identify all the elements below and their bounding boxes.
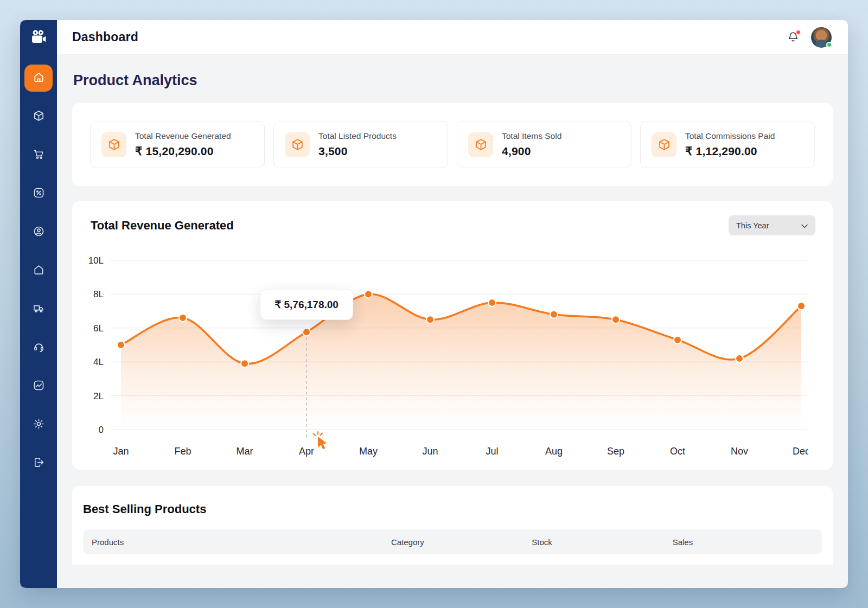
y-axis-label: 10L: [88, 255, 104, 266]
year-filter-select[interactable]: This Year: [729, 215, 815, 235]
y-axis-label: 8L: [93, 289, 104, 299]
page-title: Dashboard: [72, 30, 138, 44]
data-point-oct[interactable]: [674, 336, 681, 344]
y-axis-label: 6L: [93, 323, 104, 334]
data-point-may[interactable]: [365, 290, 372, 298]
bell-icon: [787, 37, 800, 45]
stat-value: 3,500: [318, 145, 397, 158]
app-logo-video-camera-icon: [27, 27, 50, 48]
best-selling-card: Best Selling Products Products Category …: [72, 486, 833, 565]
x-axis-label: Apr: [299, 446, 314, 457]
x-axis-label: May: [359, 446, 378, 457]
table-header-row: Products Category Stock Sales: [83, 529, 822, 554]
main-area: Dashboard: [57, 20, 848, 588]
x-axis-label: Feb: [174, 446, 191, 457]
data-point-apr[interactable]: [303, 328, 310, 336]
sidebar-item-analytics[interactable]: [24, 373, 53, 400]
y-axis-label: 4L: [93, 357, 104, 367]
chart-line-icon: [33, 379, 45, 393]
data-point-dec[interactable]: [797, 302, 805, 310]
data-point-mar[interactable]: [241, 360, 248, 367]
data-point-feb[interactable]: [179, 314, 187, 322]
data-point-nov[interactable]: [736, 355, 743, 362]
app-window: Dashboard: [20, 20, 848, 588]
x-axis-label: Dec: [793, 446, 808, 457]
stat-total-listed-products: Total Listed Products 3,500: [273, 121, 448, 168]
x-axis-label: Jun: [422, 446, 438, 457]
x-axis-label: Nov: [731, 446, 748, 457]
chevron-down-icon: [801, 221, 808, 230]
sidebar-item-delivery[interactable]: [24, 296, 53, 323]
topbar: Dashboard: [57, 20, 848, 55]
stat-label: Total Listed Products: [318, 131, 397, 141]
content: Product Analytics Total Revenue Generate…: [57, 55, 848, 588]
sidebar-item-orders[interactable]: [24, 142, 53, 169]
y-axis-label: 0: [99, 425, 104, 435]
data-point-jun[interactable]: [426, 316, 434, 323]
store-icon: [33, 264, 45, 278]
stat-total-revenue: Total Revenue Generated ₹ 15,20,290.00: [90, 121, 265, 168]
user-avatar[interactable]: [811, 27, 832, 48]
column-category: Category: [391, 537, 532, 547]
sidebar-item-customers[interactable]: [24, 219, 53, 246]
sidebar-item-settings[interactable]: [24, 411, 53, 438]
sidebar-item-support[interactable]: [24, 334, 53, 361]
x-axis-label: Oct: [670, 446, 685, 457]
sidebar-item-logout[interactable]: [24, 450, 53, 477]
year-filter-value: This Year: [736, 221, 769, 230]
stat-label: Total Revenue Generated: [135, 131, 231, 141]
package-icon: [468, 132, 493, 157]
revenue-chart-svg: 02L4L6L8L10LJanFebMarAprMayJunJulAugSepO…: [85, 245, 808, 462]
data-point-aug[interactable]: [550, 311, 558, 318]
topbar-actions: [786, 27, 832, 48]
column-products: Products: [92, 537, 391, 547]
stat-value: 4,900: [502, 145, 561, 158]
package-icon: [33, 110, 45, 124]
stat-label: Total Commissions Paid: [685, 131, 775, 141]
x-axis-label: Mar: [237, 446, 253, 457]
x-axis-label: Jul: [486, 446, 498, 457]
sidebar: [20, 20, 57, 588]
headset-icon: [33, 341, 45, 355]
data-point-jan[interactable]: [117, 341, 125, 349]
desktop-background: Dashboard: [0, 0, 868, 608]
sidebar-nav: [24, 65, 53, 477]
y-axis-label: 2L: [93, 391, 104, 401]
data-point-sep[interactable]: [612, 316, 620, 323]
data-point-jul[interactable]: [488, 299, 496, 306]
sidebar-item-store[interactable]: [24, 257, 53, 284]
package-icon: [101, 132, 126, 157]
chart-title: Total Revenue Generated: [91, 219, 234, 233]
cart-icon: [33, 148, 45, 162]
stat-value: ₹ 15,20,290.00: [135, 145, 231, 158]
user-circle-icon: [33, 225, 45, 239]
stat-total-items-sold: Total Items Sold 4,900: [457, 121, 631, 168]
gear-icon: [33, 418, 45, 432]
notifications-button[interactable]: [786, 30, 800, 44]
truck-icon: [33, 302, 45, 316]
stat-label: Total Items Sold: [502, 131, 561, 141]
logout-icon: [33, 456, 45, 470]
column-sales: Sales: [673, 537, 813, 547]
online-status-dot: [826, 42, 832, 48]
sidebar-item-discounts[interactable]: [24, 180, 53, 207]
best-selling-title: Best Selling Products: [83, 502, 822, 516]
stats-summary-card: Total Revenue Generated ₹ 15,20,290.00 T…: [72, 103, 833, 186]
revenue-chart: 02L4L6L8L10LJanFebMarAprMayJunJulAugSepO…: [85, 245, 808, 462]
percent-icon: [33, 187, 45, 201]
section-heading: Product Analytics: [73, 72, 833, 89]
revenue-area: [121, 294, 801, 430]
sidebar-item-home[interactable]: [24, 65, 53, 92]
x-axis-label: Sep: [607, 446, 624, 457]
column-stock: Stock: [532, 537, 672, 547]
home-icon: [33, 71, 45, 85]
revenue-chart-card: Total Revenue Generated This Year 02L4L6…: [72, 201, 833, 470]
stat-total-commissions: Total Commissions Paid ₹ 1,12,290.00: [640, 121, 815, 168]
package-icon: [652, 132, 676, 157]
x-axis-label: Aug: [545, 446, 563, 457]
package-icon: [285, 132, 310, 157]
chart-header: Total Revenue Generated This Year: [85, 215, 820, 238]
x-axis-label: Jan: [113, 446, 129, 457]
notification-badge: [796, 30, 801, 35]
sidebar-item-products[interactable]: [24, 103, 53, 130]
